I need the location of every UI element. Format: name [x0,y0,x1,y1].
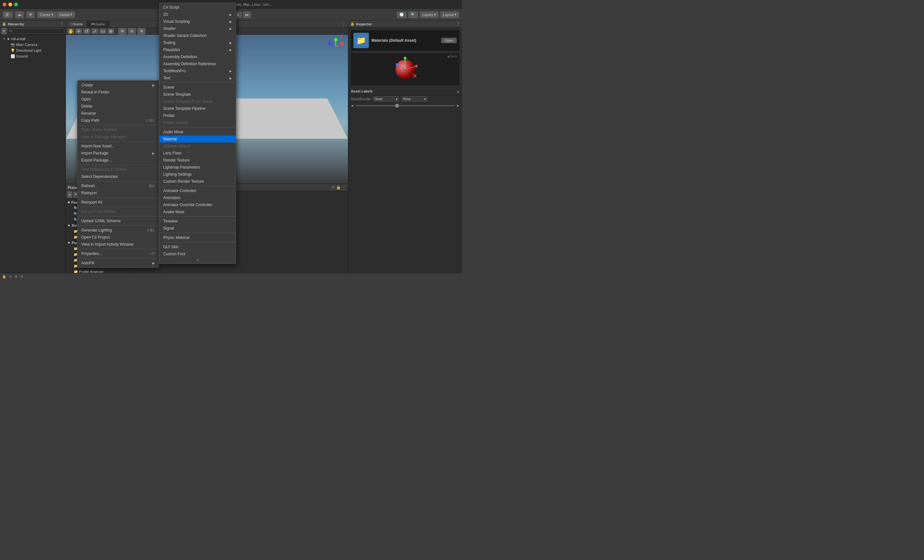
scale-tool[interactable]: ⤢ [91,28,98,34]
more-icon[interactable]: ⋮ [338,20,348,27]
submenu-arrow: ▶ [230,13,232,16]
cm-assembly-def-ref[interactable]: Assembly Definition Reference [159,60,236,67]
cm-delete[interactable]: Delete [77,103,159,110]
search-button[interactable]: 🔍 [408,11,418,18]
cm-assembly-def[interactable]: Assembly Definition [159,53,236,60]
cm-create[interactable]: Create ▶ [77,82,159,88]
cm-export-package[interactable]: Export Package... [77,157,159,164]
cm-timeline[interactable]: Timeline [159,218,236,225]
cm-animation[interactable]: Animation [159,194,236,201]
tab-game[interactable]: 🎮 Game [87,21,109,27]
cm-autofill[interactable]: AutoFill ▶ [77,259,159,267]
layers-dropdown[interactable]: Layers ▾ [420,11,439,18]
hierarchy-item-roll-a-ball[interactable]: ▼ ★ roll-a-ball ⋮ [0,36,66,42]
cm-2d[interactable]: 2D ▶ [159,11,236,18]
account-button[interactable]: 是· [3,11,13,18]
cm-reimport[interactable]: Reimport [77,189,159,196]
cm-open[interactable]: Open [77,96,159,103]
cm-physic-material[interactable]: Physic Material [159,234,236,241]
cm-rename[interactable]: Rename [77,110,159,117]
cm-csharp-script[interactable]: C# Script [159,4,236,11]
center-label: Center [40,13,51,17]
cm-scene-template-pipeline[interactable]: Scene Template Pipeline [159,105,236,112]
move-tool[interactable]: ✛ [75,28,82,34]
cm-reveal-finder[interactable]: Reveal in Finder [77,88,159,96]
back-button[interactable]: ◀ Back [447,55,458,58]
snap-settings[interactable]: ⊟ [128,28,136,35]
more-icon[interactable]: ⋮ [456,22,460,26]
cm-generate-lighting[interactable]: Generate Lighting ⇧⌘L [77,227,159,234]
history-button[interactable]: 🕐 [396,11,407,18]
minimize-button[interactable] [8,3,12,6]
cm-select-deps[interactable]: Select Dependencies [77,173,159,180]
more-icon[interactable]: ⋮ [342,185,346,190]
cm-import-activity[interactable]: View in Import Activity Window [77,241,159,248]
cm-update-uxml[interactable]: Update UXML Schema [77,217,159,225]
global-dropdown[interactable]: Global ▾ [56,11,75,18]
scroll-down-arrow[interactable]: ▼ [159,258,236,263]
cm-playables[interactable]: Playables ▶ [159,46,236,53]
cm-custom-render-texture[interactable]: Custom Render Texture [159,178,236,185]
maximize-button[interactable] [14,3,18,6]
bundle-slider[interactable] [356,105,455,106]
cm-text[interactable]: Text ▶ [159,75,236,82]
transform-tool[interactable]: ⊕ [107,28,114,34]
add-label-icon[interactable]: + [457,89,459,94]
hierarchy-item-directional-light[interactable]: ▷ 💡 Directional Light [0,48,66,53]
cm-animator-controller[interactable]: Animator Controller [159,187,236,194]
collab-button[interactable]: ☁ [15,11,24,18]
add-asset-button[interactable]: + [67,191,72,198]
center-dropdown[interactable]: Center ▾ [37,11,56,18]
cm-copy-path[interactable]: Copy Path ⌥⌘C [77,117,159,124]
cm-avatar-mask[interactable]: Avatar Mask [159,208,236,216]
cm-prefab[interactable]: Prefab [159,112,236,119]
cm-textmeshpro[interactable]: TextMeshPro ▶ [159,67,236,75]
cm-refresh[interactable]: Refresh ⌘R [77,183,159,189]
cm-properties[interactable]: Properties... ⌥P [77,250,159,257]
rect-tool[interactable]: ▭ [99,28,106,34]
hierarchy-item-ground[interactable]: ▷ ⬜ Ground [0,53,66,59]
layout-dropdown[interactable]: Layout ▾ [440,11,459,18]
tab-scene[interactable]: ⬡ Scene [66,21,87,27]
cm-lighting-settings[interactable]: Lighting Settings [159,171,236,178]
cm-testing[interactable]: Testing ▶ [159,39,236,46]
add-hierarchy-button[interactable]: + [1,28,7,35]
scene-gizmo[interactable]: X Y Z [326,37,345,57]
grid-toggle[interactable]: ⊞ [118,28,127,35]
cm-custom-font[interactable]: Custom Font [159,250,236,258]
slider-thumb[interactable] [395,104,399,108]
hierarchy-search[interactable] [8,28,64,34]
more-icon[interactable]: ⋮ [60,22,64,26]
cm-lightmap-params[interactable]: Lightmap Parameters [159,164,236,171]
cm-open-csharp[interactable]: Open C# Project [77,234,159,241]
rotate-tool[interactable]: ↺ [83,28,90,34]
cm-material[interactable]: Material [159,136,236,142]
cm-lens-flare[interactable]: Lens Flare [159,150,236,157]
close-button[interactable] [3,3,6,6]
asset-folder-icon: 📁 [353,33,369,48]
hand-tool[interactable]: ✋ [67,28,74,34]
more-icon[interactable]: ⋮ [63,37,66,40]
settings-button[interactable]: ⚙ [26,11,35,18]
cm-visual-scripting[interactable]: Visual Scripting ▶ [159,18,236,25]
cm-import-new-asset[interactable]: Import New Asset... [77,142,159,150]
cm-scene[interactable]: Scene [159,84,236,91]
cm-shader-variant[interactable]: Shader Variant Collection [159,32,236,39]
cm-import-package[interactable]: Import Package ▶ [77,150,159,157]
cm-scene-template[interactable]: Scene Template [159,91,236,98]
asset-bundle-variant-dropdown[interactable]: None ▾ [402,96,427,102]
cm-audio-mixer[interactable]: Audio Mixer [159,129,236,136]
cm-shader[interactable]: Shader ▶ [159,25,236,32]
cm-prefab-variant: Prefab Variant [159,119,236,126]
step-button[interactable]: ⏭ [243,11,251,18]
cm-render-texture[interactable]: Render Texture [159,157,236,164]
cm-animator-override[interactable]: Animator Override Controller [159,201,236,208]
asset-bundle-dropdown[interactable]: None ▾ [374,96,399,102]
inspector-preview[interactable]: ◀ Back [351,53,459,85]
gizmo-settings[interactable]: ⊞ [137,28,146,35]
cm-signal[interactable]: Signal [159,225,236,232]
open-button[interactable]: Open [441,37,457,43]
cm-reimport-all[interactable]: Reimport All [77,199,159,206]
hierarchy-item-main-camera[interactable]: ▷ 📷 Main Camera [0,42,66,48]
cm-gui-skin[interactable]: GUI Skin [159,243,236,250]
